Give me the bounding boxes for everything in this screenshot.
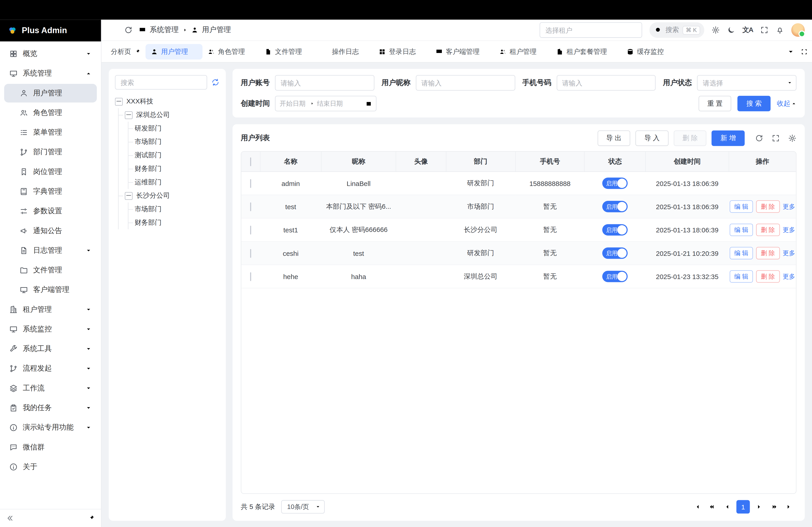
phone-input[interactable] — [556, 75, 656, 91]
more-actions-link[interactable]: 更多 — [783, 202, 795, 211]
next-chunk-icon[interactable] — [768, 500, 781, 514]
tree-collapse-toggle[interactable] — [115, 97, 123, 105]
sidebar-item-my-tasks[interactable]: 我的任务 — [4, 398, 97, 417]
page-size-select[interactable] — [281, 500, 325, 514]
tree-node-department[interactable]: 研发部门 — [135, 122, 220, 135]
tab-operation-log[interactable]: 操作日志 — [317, 44, 374, 59]
close-icon[interactable] — [305, 48, 311, 55]
tenant-select-input[interactable] — [540, 22, 642, 38]
tab-tenant-package-management[interactable]: 租户套餐管理 — [551, 44, 621, 59]
settings-gear-icon[interactable] — [711, 26, 720, 34]
created-date-range-picker[interactable]: 开始日期 结束日期 — [275, 96, 376, 111]
status-toggle[interactable]: 启用 — [603, 271, 628, 282]
tree-node-department[interactable]: 市场部门 — [135, 135, 220, 149]
close-icon[interactable] — [248, 48, 255, 55]
sidebar-item-role-management[interactable]: 角色管理 — [4, 104, 97, 122]
tree-refresh-icon[interactable] — [211, 78, 220, 87]
import-button[interactable]: 导 入 — [635, 131, 668, 146]
tree-node-company[interactable]: 深圳总公司 — [125, 108, 219, 122]
collapse-sidebar-icon[interactable] — [6, 514, 15, 523]
tree-collapse-toggle[interactable] — [125, 111, 132, 119]
status-select[interactable] — [697, 75, 796, 91]
tree-node-department[interactable]: 财务部门 — [135, 162, 220, 176]
close-icon[interactable] — [539, 48, 546, 55]
tree-node-department[interactable]: 运维部门 — [135, 176, 220, 189]
translate-icon[interactable]: 文A — [742, 26, 753, 35]
close-icon[interactable] — [362, 48, 368, 55]
notifications-bell-icon[interactable] — [776, 26, 784, 34]
tree-node-root[interactable]: XXX科技 — [115, 95, 220, 108]
account-input[interactable] — [275, 75, 374, 91]
tree-node-department[interactable]: 测试部门 — [135, 149, 220, 162]
prev-chunk-icon[interactable] — [705, 500, 719, 514]
tab-analysis-page[interactable]: 分析页 — [105, 44, 145, 59]
sidebar-item-post-management[interactable]: 岗位管理 — [4, 163, 97, 181]
sidebar-item-tenant-management[interactable]: 租户管理 — [4, 300, 97, 319]
more-actions-link[interactable]: 更多 — [783, 249, 795, 258]
user-avatar[interactable] — [791, 23, 805, 37]
table-refresh-icon[interactable] — [755, 134, 763, 142]
delete-row-button[interactable]: 删 除 — [756, 224, 780, 236]
current-page-button[interactable]: 1 — [737, 500, 750, 514]
status-toggle[interactable]: 启用 — [603, 178, 628, 189]
sidebar-item-client-management[interactable]: 客户端管理 — [4, 281, 97, 299]
row-checkbox[interactable] — [250, 249, 251, 258]
tenant-select[interactable] — [540, 22, 642, 38]
edit-button[interactable]: 编 辑 — [730, 224, 753, 236]
sidebar-item-system-tools[interactable]: 系统工具 — [4, 340, 97, 358]
close-icon[interactable] — [191, 48, 197, 55]
reset-button[interactable]: 重 置 — [698, 96, 731, 111]
tab-client-management[interactable]: 客户端管理 — [430, 44, 494, 59]
sidebar-item-parameter-settings[interactable]: 参数设置 — [4, 202, 97, 221]
sidebar-item-wechat-group[interactable]: 微信群 — [4, 438, 97, 457]
dark-mode-moon-icon[interactable] — [727, 26, 735, 34]
edit-button[interactable]: 编 辑 — [730, 270, 753, 283]
close-icon[interactable] — [483, 48, 489, 55]
row-checkbox[interactable] — [250, 202, 251, 211]
close-icon[interactable] — [419, 48, 425, 55]
sidebar-item-system-management[interactable]: 系统管理 — [4, 64, 97, 83]
row-checkbox[interactable] — [250, 179, 251, 188]
row-checkbox[interactable] — [250, 272, 251, 281]
delete-row-button[interactable]: 删 除 — [756, 270, 780, 283]
tabbar-fullscreen-icon[interactable] — [800, 48, 808, 55]
tab-user-management[interactable]: 用户管理 — [145, 44, 203, 59]
sidebar-item-demo-functions[interactable]: 演示站专用功能 — [4, 418, 97, 437]
delete-button[interactable]: 删 除 — [673, 131, 707, 146]
collapse-filters-link[interactable]: 收起 — [777, 99, 796, 108]
pin-sidebar-icon[interactable] — [88, 515, 95, 522]
status-toggle[interactable]: 启用 — [603, 224, 628, 236]
edit-button[interactable]: 编 辑 — [730, 200, 753, 213]
hamburger-menu-icon[interactable] — [109, 26, 118, 35]
status-toggle[interactable]: 启用 — [603, 247, 628, 259]
sidebar-item-log-management[interactable]: 日志管理 — [4, 241, 97, 260]
tree-node-department[interactable]: 财务部门 — [135, 216, 220, 229]
delete-row-button[interactable]: 删 除 — [756, 247, 780, 259]
sidebar-item-file-management[interactable]: 文件管理 — [4, 261, 97, 280]
status-toggle[interactable]: 启用 — [603, 201, 628, 212]
tab-tenant-management[interactable]: 租户管理 — [494, 44, 551, 59]
sidebar-item-notice[interactable]: 通知公告 — [4, 222, 97, 240]
sidebar-item-system-monitor[interactable]: 系统监控 — [4, 320, 97, 338]
row-checkbox[interactable] — [250, 225, 251, 234]
prev-page-icon[interactable] — [721, 500, 735, 514]
pin-icon[interactable] — [134, 48, 141, 55]
sidebar-item-department-management[interactable]: 部门管理 — [4, 143, 97, 162]
global-search[interactable]: 搜索 ⌘ K — [650, 22, 704, 38]
select-all-checkbox[interactable] — [250, 157, 251, 166]
refresh-page-icon[interactable] — [124, 26, 133, 34]
tab-role-management[interactable]: 角色管理 — [203, 44, 260, 59]
search-button[interactable]: 搜 索 — [738, 96, 770, 111]
delete-row-button[interactable]: 删 除 — [756, 200, 780, 213]
more-actions-link[interactable]: 更多 — [783, 225, 795, 234]
next-page-icon[interactable] — [752, 500, 766, 514]
more-actions-link[interactable]: 更多 — [783, 272, 795, 281]
sidebar-item-about[interactable]: 关于 — [4, 457, 97, 476]
add-button[interactable]: 新 增 — [712, 131, 744, 146]
sidebar-item-workflow[interactable]: 工作流 — [4, 379, 97, 397]
export-button[interactable]: 导 出 — [597, 131, 630, 146]
close-icon[interactable] — [667, 48, 673, 55]
nickname-input[interactable] — [416, 75, 515, 91]
tree-search-input[interactable] — [115, 75, 207, 90]
tab-cache-monitor[interactable]: 缓存监控 — [621, 44, 679, 59]
